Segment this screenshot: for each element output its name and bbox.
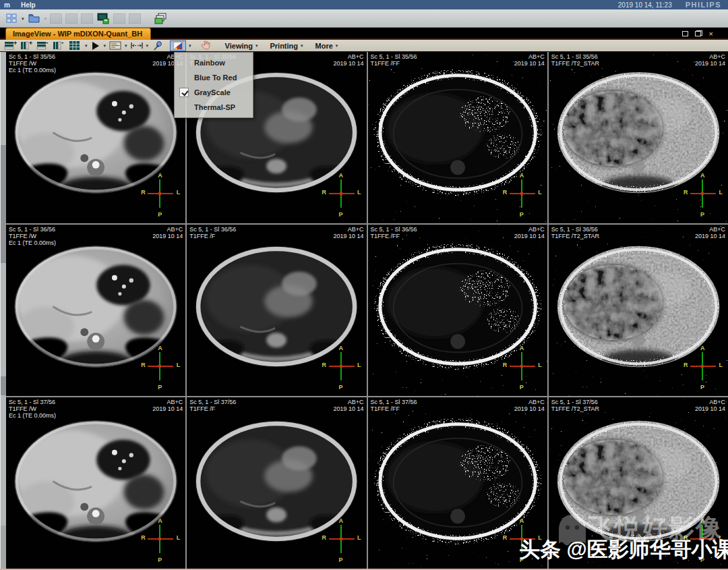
add-column-icon[interactable]: + (20, 40, 34, 52)
study-info-text: AB+C 2019 10 14 (333, 399, 363, 412)
orientation-marker: A P R L (502, 172, 543, 219)
orientation-left-label: L (719, 189, 723, 196)
orientation-right-label: R (503, 362, 508, 368)
add-row-icon[interactable]: + (4, 40, 18, 52)
measure-icon[interactable] (130, 40, 144, 52)
scan-slice-label: Sc 5, 1 - Sl 36/56 (371, 226, 417, 233)
orientation-posterior-label: P (158, 211, 162, 218)
menu-more[interactable]: More (315, 42, 333, 50)
remove-column-icon[interactable]: - (53, 40, 66, 52)
viewport-r2c3-ff[interactable]: Sc 5, 1 - Sl 36/56 T1FFE /FF AB+C 2019 1… (368, 225, 547, 396)
slice-info-text: Sc 5, 1 - Sl 36/56 T1FFE /WEc 1 (TE 0.00… (9, 226, 56, 246)
colormap-option-grayscale[interactable]: GrayScale (175, 85, 253, 100)
orientation-anterior-label: A (339, 172, 344, 179)
viewport-r2c4-t2star[interactable]: Sc 5, 1 - Sl 36/56 T1FFE /T2_STAR AB+C 2… (549, 225, 728, 396)
orientation-left-label: L (177, 189, 181, 196)
study-code-label: AB+C (333, 399, 363, 405)
disabled-tool-icon (65, 13, 78, 24)
remove-row-icon[interactable]: - (36, 40, 50, 52)
series-type-label: T1FFE /W (9, 60, 56, 67)
check-placeholder (179, 58, 189, 67)
study-date-label: 2019 10 14 (514, 233, 545, 239)
study-date-label: 2019 10 14 (514, 405, 545, 412)
grid-layout-icon[interactable] (69, 40, 82, 52)
orientation-center-dot (340, 192, 342, 195)
capture-screen-icon[interactable] (96, 12, 110, 24)
play-icon[interactable] (92, 42, 99, 50)
scan-slice-label: Sc 5, 1 - Sl 37/56 (371, 399, 417, 405)
orientation-left-label: L (357, 362, 361, 368)
colormap-option-blue-to-red[interactable]: Blue To Red (175, 70, 253, 85)
series-type-label: T1FFE /W (9, 405, 56, 412)
orientation-center-dot (520, 192, 523, 195)
layout-options-arrow[interactable]: ▾ (85, 43, 88, 48)
export-windows-icon[interactable] (154, 12, 167, 24)
orientation-left-label: L (177, 362, 181, 368)
study-code-label: AB+C (152, 226, 183, 233)
study-date-label: 2019 10 14 (333, 233, 363, 239)
orientation-marker: A P R L (682, 172, 724, 219)
viewing-toolbar: + + - - ▾ ▾ ▾ ▾ ▾ Viewing ▾ Printing ▾ M… (0, 40, 728, 52)
orientation-posterior-label: P (158, 557, 162, 563)
series-type-label: T1FFE /F (189, 405, 236, 412)
slice-info-text: Sc 5, 1 - Sl 37/56 T1FFE /T2_STAR (551, 399, 599, 412)
orientation-center-dot (158, 538, 161, 540)
study-info-text: AB+C 2019 10 14 (695, 53, 725, 67)
series-type-label: T1FFE /FF (371, 405, 417, 412)
study-code-label: AB+C (514, 53, 545, 60)
play-options-arrow[interactable]: ▾ (104, 43, 107, 48)
study-info-text: AB+C 2019 10 14 (333, 226, 363, 239)
orientation-posterior-label: P (158, 384, 162, 391)
main-toolbar: ▾ ▾ (0, 9, 728, 28)
cascade-windows-icon[interactable] (695, 30, 702, 36)
orientation-center-dot (340, 538, 342, 540)
orientation-right-label: R (503, 534, 508, 541)
study-date-label: 2019 10 14 (152, 233, 183, 239)
study-info-text: AB+C 2019 10 14 (152, 226, 183, 239)
menu-help[interactable]: Help (21, 1, 36, 9)
watermark-byline: 头条 @医影师华哥小课 (519, 536, 728, 564)
colormap-option-rainbow[interactable]: Rainbow (175, 55, 253, 70)
disabled-tool-icon (81, 13, 93, 24)
slice-info-text: Sc 5, 1 - Sl 35/56 T1FFE /FF (371, 53, 417, 67)
close-icon[interactable]: × (709, 31, 713, 36)
pan-hand-icon[interactable] (200, 40, 213, 52)
clipped-menu-fragment: m (4, 1, 10, 9)
imageview-tab[interactable]: ImageView - WIP mDIXON-Quant_BH (5, 28, 151, 40)
left-splitter-strip[interactable] (0, 28, 6, 570)
study-date-label: 2019 10 14 (514, 60, 545, 67)
orientation-posterior-label: P (520, 384, 524, 391)
scan-slice-label: Sc 5, 1 - Sl 35/56 (551, 53, 599, 60)
pin-icon[interactable] (151, 40, 164, 52)
folder-icon[interactable] (28, 12, 41, 24)
colormap-icon[interactable] (170, 40, 186, 51)
viewport-r2c2-fat[interactable]: Sc 5, 1 - Sl 36/56 T1FFE /F AB+C 2019 10… (187, 225, 366, 396)
annotation-toggle-icon[interactable] (109, 40, 122, 52)
menu-printing[interactable]: Printing (270, 42, 298, 50)
menu-viewing[interactable]: Viewing (225, 42, 253, 50)
viewport-r1c3-ff[interactable]: Sc 5, 1 - Sl 35/56 T1FFE /FF AB+C 2019 1… (368, 52, 547, 223)
slice-info-text: Sc 5, 1 - Sl 37/56 T1FFE /WEc 1 (TE 0.00… (9, 399, 56, 419)
viewport-r2c1-water[interactable]: Sc 5, 1 - Sl 36/56 T1FFE /WEc 1 (TE 0.00… (6, 225, 185, 396)
study-code-label: AB+C (695, 226, 725, 233)
viewport-r1c1-water[interactable]: Sc 5, 1 - Sl 35/56 T1FFE /WEc 1 (TE 0.00… (6, 52, 185, 223)
orientation-marker: A P R L (321, 172, 363, 219)
orientation-center-dot (520, 365, 523, 368)
study-code-label: AB+C (514, 399, 545, 405)
colormap-options-arrow[interactable]: ▾ (189, 43, 191, 48)
viewport-r3c1-water[interactable]: Sc 5, 1 - Sl 37/56 T1FFE /WEc 1 (TE 0.00… (6, 397, 185, 569)
orientation-left-label: L (357, 534, 361, 541)
study-info-text: AB+C 2019 10 14 (514, 53, 545, 67)
restore-window-icon[interactable] (682, 31, 688, 36)
orientation-right-label: R (141, 189, 146, 196)
viewport-r3c2-fat[interactable]: Sc 5, 1 - Sl 37/56 T1FFE /F AB+C 2019 10… (187, 397, 366, 569)
orientation-left-label: L (357, 189, 361, 196)
orientation-posterior-label: P (339, 557, 343, 563)
orientation-center-dot (340, 365, 342, 368)
layout-dropdown-arrow[interactable]: ▾ (22, 16, 24, 21)
study-code-label: AB+C (695, 399, 725, 405)
layout-grid-icon[interactable] (5, 12, 18, 24)
check-icon (179, 88, 189, 97)
colormap-option-thermal-sp[interactable]: Thermal-SP (175, 100, 253, 115)
viewport-r1c4-t2star[interactable]: Sc 5, 1 - Sl 35/56 T1FFE /T2_STAR AB+C 2… (549, 52, 728, 223)
